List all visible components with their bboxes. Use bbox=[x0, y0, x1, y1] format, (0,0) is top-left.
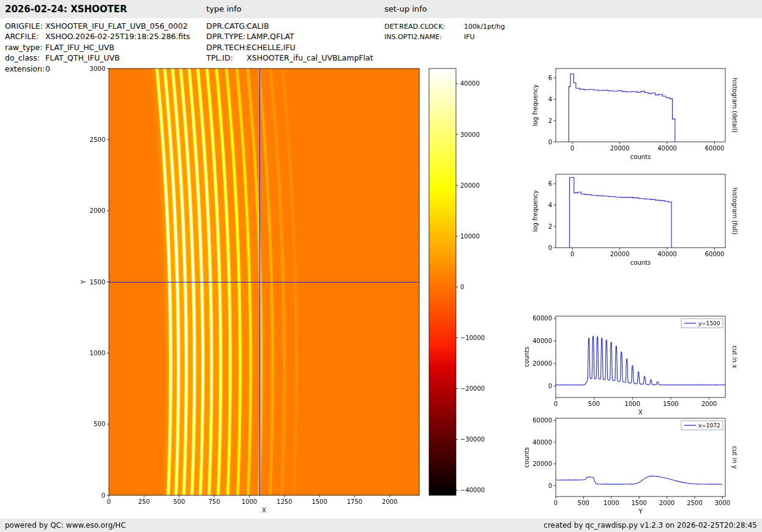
metadata-label: DPR.TECH: bbox=[206, 42, 247, 53]
tick-label: 0 bbox=[570, 145, 574, 152]
tick-label: 1000 bbox=[603, 500, 619, 506]
tick-label: −20000 bbox=[460, 385, 485, 392]
metadata-value: XSHOOTER_IFU_FLAT_UVB_056_0002 bbox=[45, 21, 188, 31]
tick-label: 3000 bbox=[715, 500, 730, 506]
tick-label: 500 bbox=[578, 500, 589, 506]
hist_detail-frame bbox=[556, 68, 725, 142]
hist_full-line bbox=[570, 177, 672, 248]
tick-label: 0 bbox=[107, 498, 111, 505]
y-axis-label: log frequency bbox=[532, 190, 539, 232]
metadata-label: extension: bbox=[5, 64, 45, 74]
tick-label: 4 bbox=[548, 96, 552, 103]
metadata-row: do_class:FLAT_QTH_IFU_UVB bbox=[5, 53, 190, 63]
x-axis-label: Y bbox=[638, 508, 643, 515]
tick-label: 2000 bbox=[382, 498, 397, 505]
metadata-row: ORIGFILE:XSHOOTER_IFU_FLAT_UVB_056_0002 bbox=[5, 21, 190, 31]
metadata-label: DPR.CATG: bbox=[206, 21, 247, 31]
tick-label: 500 bbox=[588, 401, 600, 407]
x-axis-label: counts bbox=[630, 153, 651, 160]
tick-label: 2000 bbox=[90, 207, 105, 214]
cut_y-frame bbox=[556, 418, 725, 497]
tick-label: 20000 bbox=[460, 182, 480, 189]
setup-info-block: DET.READ.CLOCK:100k/1pt/hg INS.OPTI2.NAM… bbox=[384, 21, 505, 43]
tick-label: 20000 bbox=[532, 460, 552, 467]
tick-label: 0 bbox=[548, 139, 552, 146]
metadata-row: INS.OPTI2.NAME:IFU bbox=[384, 32, 505, 42]
tick-label: 40000 bbox=[532, 439, 552, 446]
metadata-label: ORIGFILE: bbox=[5, 21, 45, 31]
tick-label: 6 bbox=[548, 75, 552, 81]
tick-label: −10000 bbox=[460, 334, 485, 341]
hist_full-frame bbox=[556, 174, 725, 248]
metadata-row: DPR.TECH:ECHELLE,IFU bbox=[206, 42, 373, 53]
metadata-row: DPR.CATG:CALIB bbox=[206, 21, 373, 31]
created-by-text: created by qc_rawdisp.py v1.2.3 on 2026-… bbox=[543, 519, 757, 532]
x-axis-label: counts bbox=[630, 259, 651, 266]
y-axis-label: counts bbox=[523, 347, 530, 367]
tick-label: 20000 bbox=[610, 145, 630, 152]
tick-label: 0 bbox=[548, 482, 552, 489]
tick-label: 30000 bbox=[460, 131, 480, 138]
tick-label: 20000 bbox=[532, 360, 552, 367]
metadata-row: DET.READ.CLOCK:100k/1pt/hg bbox=[384, 21, 505, 32]
tick-label: 0 bbox=[548, 383, 552, 390]
tick-label: 40000 bbox=[657, 251, 677, 257]
metadata-row: TPL.ID:XSHOOTER_ifu_cal_UVBLampFlat bbox=[206, 53, 373, 63]
tick-label: 6 bbox=[548, 180, 552, 187]
qc-report-page: 2026-02-24: XSHOOTER type info set-up in… bbox=[0, 0, 762, 532]
tick-label: 2000 bbox=[701, 401, 717, 407]
tick-label: 250 bbox=[138, 498, 150, 505]
x-axis-label: X bbox=[638, 409, 643, 416]
tick-label: 2000 bbox=[659, 500, 674, 506]
tick-label: 0 bbox=[554, 401, 558, 407]
metadata-row: ARCFILE:XSHOO.2026-02-25T19:18:25.286.fi… bbox=[5, 31, 190, 42]
file-metadata-block: ORIGFILE:XSHOOTER_IFU_FLAT_UVB_056_0002 … bbox=[5, 21, 190, 74]
tick-label: 0 bbox=[102, 492, 105, 499]
side-label: cut in x bbox=[731, 345, 738, 368]
metadata-label: DPR.TYPE: bbox=[206, 31, 247, 42]
setup-info-heading: set-up info bbox=[384, 0, 427, 18]
metadata-row: DPR.TYPE:LAMP,QFLAT bbox=[206, 31, 373, 42]
detector-image bbox=[109, 68, 419, 495]
cut_x-line bbox=[556, 336, 725, 385]
tick-label: 1000 bbox=[90, 350, 105, 357]
y-axis-label: Y bbox=[80, 279, 87, 284]
x-axis-label: X bbox=[262, 507, 266, 514]
footer-bar: powered by QC: www.eso.org/HC created by… bbox=[0, 519, 762, 532]
metadata-label: TPL.ID: bbox=[206, 53, 247, 63]
tick-label: 1000 bbox=[242, 498, 257, 505]
side-label: histogram (detail) bbox=[731, 78, 738, 133]
tick-label: 500 bbox=[94, 421, 105, 427]
legend-label: y=1500 bbox=[698, 320, 720, 327]
tick-label: 10000 bbox=[460, 233, 480, 240]
tick-label: 0 bbox=[548, 245, 552, 251]
tick-label: 0 bbox=[570, 251, 574, 257]
colorbar-gradient bbox=[429, 68, 456, 495]
metadata-value: FLAT_QTH_IFU_UVB bbox=[45, 53, 120, 62]
tick-label: 2500 bbox=[90, 136, 105, 143]
tick-label: 750 bbox=[209, 498, 220, 505]
metadata-value: IFU bbox=[464, 33, 475, 41]
tick-label: 1500 bbox=[312, 498, 327, 505]
metadata-row: raw_type:FLAT_IFU_HC_UVB bbox=[5, 42, 190, 53]
tick-label: 60000 bbox=[532, 417, 552, 424]
tick-label: 1500 bbox=[90, 279, 105, 286]
tick-label: 20000 bbox=[610, 251, 630, 257]
hist_detail-line bbox=[569, 74, 675, 142]
tick-label: 2500 bbox=[687, 500, 702, 506]
tick-label: 1500 bbox=[632, 500, 647, 506]
tick-label: 0 bbox=[554, 500, 558, 506]
metadata-value: 0 bbox=[45, 64, 50, 73]
type-info-block: DPR.CATG:CALIB DPR.TYPE:LAMP,QFLAT DPR.T… bbox=[206, 21, 373, 64]
tick-label: 60000 bbox=[532, 315, 552, 322]
metadata-value: CALIB bbox=[247, 21, 269, 31]
tick-label: 60000 bbox=[705, 145, 725, 152]
metadata-value: XSHOO.2026-02-25T19:18:25.286.fits bbox=[45, 32, 190, 41]
cut_y-line bbox=[556, 476, 723, 484]
metadata-label: DET.READ.CLOCK: bbox=[384, 21, 464, 32]
y-axis-label: log frequency bbox=[532, 84, 539, 127]
legend-box bbox=[681, 421, 723, 430]
qc-link[interactable]: www.eso.org/HC bbox=[66, 521, 126, 530]
tick-label: 1000 bbox=[625, 401, 640, 407]
metadata-label: ARCFILE: bbox=[5, 31, 45, 42]
